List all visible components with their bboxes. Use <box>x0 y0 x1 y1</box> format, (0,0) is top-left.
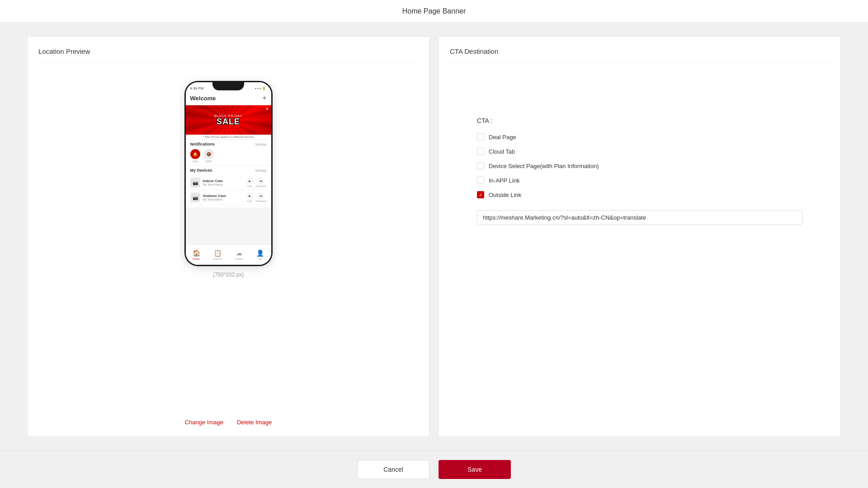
notification-on-button[interactable]: 🔔 ON <box>190 149 200 163</box>
device-name: Indoor Cam <box>203 179 244 183</box>
image-actions: Change Image Delete Image <box>38 419 418 426</box>
nav-me-label: Me <box>259 258 262 260</box>
cloud-tab-checkbox[interactable] <box>477 148 484 155</box>
phone-screen: 4:34 PM ▪ ▪ ▪ 🔋 Welcome + BLACK FRIDAY S… <box>186 82 271 265</box>
playback-icon: ⏮ <box>258 178 264 184</box>
notification-off-label: OFF <box>206 160 212 163</box>
notification-off-button[interactable]: 🔕 OFF <box>204 149 214 163</box>
device-item: 📷 Outdoor Cam No New Alerts ▶ Live <box>190 190 267 205</box>
nav-cloud-label: Cloud <box>236 258 243 260</box>
banner-close-icon[interactable]: ✕ <box>265 107 269 111</box>
device-live-label-2: Live <box>247 200 252 202</box>
deal-page-checkbox[interactable] <box>477 133 484 141</box>
nav-cloud[interactable]: ☁ Cloud <box>228 249 250 260</box>
banner-area: BLACK FRIDAY SALE ✕ <box>186 105 271 135</box>
devices-title: My Devices <box>190 168 212 173</box>
nav-home[interactable]: 🏠 Home <box>186 249 207 260</box>
device-camera-icon: 📷 <box>190 178 200 188</box>
devices-settings: Settings <box>255 169 266 172</box>
nav-events[interactable]: 📋 Events <box>207 249 228 260</box>
device-playback-label-2: Playback <box>255 200 266 202</box>
device-live-button[interactable]: ▶ Live <box>246 178 253 188</box>
devices-header: My Devices Settings <box>190 168 267 173</box>
in-app-link-checkbox[interactable] <box>477 177 484 184</box>
phone-welcome-title: Welcome <box>190 95 216 102</box>
phone-time: 4:34 PM <box>190 86 204 90</box>
image-size-info: (750*332 px) <box>213 272 244 278</box>
me-icon: 👤 <box>256 249 264 257</box>
notification-on-icon: 🔔 <box>190 149 200 159</box>
device-actions: ▶ Live ⏮ Playback <box>246 178 266 188</box>
phone-notch <box>212 82 244 90</box>
bottom-bar: Cancel Save <box>0 450 868 488</box>
device-status-2: No New Alerts <box>203 198 244 201</box>
play-icon: ▶ <box>246 178 253 184</box>
phone-mockup: 4:34 PM ▪ ▪ ▪ 🔋 Welcome + BLACK FRIDAY S… <box>184 81 273 266</box>
play-icon-2: ▶ <box>246 193 253 199</box>
in-app-link-label: In-APP Link <box>489 177 519 184</box>
location-preview-panel: Location Preview 4:34 PM ▪ ▪ ▪ 🔋 Welcome… <box>27 36 429 437</box>
cancel-button[interactable]: Cancel <box>357 460 429 479</box>
outside-link-label: Outside Link <box>489 192 521 198</box>
devices-section: My Devices Settings 📷 Indoor Cam No New … <box>186 166 271 207</box>
cta-option-device-select[interactable]: Device Select Page(with Plan Information… <box>477 162 802 169</box>
device-select-label: Device Select Page(with Plan Information… <box>489 163 599 169</box>
device-status: No New Alerts <box>203 183 244 186</box>
cta-label: CTA : <box>477 117 802 124</box>
device-playback-label: Playback <box>255 185 266 188</box>
outside-link-checkbox[interactable] <box>477 191 484 198</box>
cloud-tab-label: Cloud Tab <box>489 148 515 155</box>
deal-page-label: Deal Page <box>489 134 516 141</box>
cta-destination-panel: CTA Destination CTA : Deal Page Cloud Ta… <box>439 36 841 437</box>
device-live-label: Live <box>247 185 252 188</box>
device-select-checkbox[interactable] <box>477 162 484 169</box>
cta-radio-group: Deal Page Cloud Tab Device Select Page(w… <box>477 133 802 225</box>
device-live-button-2[interactable]: ▶ Live <box>246 193 253 202</box>
device-info-2: Outdoor Cam No New Alerts <box>203 194 244 201</box>
device-name-2: Outdoor Cam <box>203 194 244 198</box>
cta-option-in-app-link[interactable]: In-APP Link <box>477 177 802 184</box>
phone-battery: ▪ ▪ ▪ 🔋 <box>255 86 266 90</box>
cloud-icon: ☁ <box>236 249 242 257</box>
device-actions-2: ▶ Live ⏮ Playback <box>246 193 266 202</box>
phone-add-icon: + <box>262 94 266 102</box>
nav-me[interactable]: 👤 Me <box>250 249 271 260</box>
device-info: Indoor Cam No New Alerts <box>203 179 244 186</box>
cta-option-deal-page[interactable]: Deal Page <box>477 133 802 141</box>
notifications-title: Notifications <box>190 142 215 146</box>
top-header: Home Page Banner <box>0 0 868 23</box>
notifications-header: Notifications Settings <box>190 142 267 146</box>
save-button[interactable]: Save <box>439 460 511 479</box>
page-title: Home Page Banner <box>402 7 466 15</box>
notifications-buttons: 🔔 ON 🔕 OFF <box>190 149 267 163</box>
nav-events-label: Events <box>213 258 222 260</box>
device-item: 📷 Indoor Cam No New Alerts ▶ Live <box>190 175 267 190</box>
phone-preview-container: 4:34 PM ▪ ▪ ▪ 🔋 Welcome + BLACK FRIDAY S… <box>38 72 418 410</box>
home-icon: 🏠 <box>193 249 200 257</box>
cta-section: CTA : Deal Page Cloud Tab Device Select … <box>450 72 830 239</box>
delete-image-button[interactable]: Delete Image <box>237 419 272 426</box>
notifications-settings: Settings <box>255 143 266 146</box>
banner-subtitle: * 40% off only applies to additional dev… <box>186 135 271 140</box>
main-content: Location Preview 4:34 PM ▪ ▪ ▪ 🔋 Welcome… <box>0 23 868 450</box>
device-camera-icon-2: 📷 <box>190 192 200 202</box>
device-playback-button[interactable]: ⏮ Playback <box>255 178 266 188</box>
notification-on-label: ON <box>193 160 198 163</box>
phone-bottom-nav: 🏠 Home 📋 Events ☁ Cloud 👤 <box>186 244 271 265</box>
cta-option-outside-link[interactable]: Outside Link <box>477 191 802 198</box>
playback-icon-2: ⏮ <box>258 193 264 199</box>
notifications-section: Notifications Settings 🔔 ON 🔕 OFF <box>186 140 271 166</box>
events-icon: 📋 <box>214 249 222 257</box>
notification-off-icon: 🔕 <box>204 149 214 159</box>
banner-text: BLACK FRIDAY SALE <box>214 114 242 126</box>
location-preview-title: Location Preview <box>38 47 418 63</box>
cta-option-cloud-tab[interactable]: Cloud Tab <box>477 148 802 155</box>
cta-destination-title: CTA Destination <box>450 47 830 63</box>
change-image-button[interactable]: Change Image <box>185 419 223 426</box>
banner-sale-text: SALE <box>214 117 242 126</box>
outside-link-input[interactable] <box>477 210 802 225</box>
nav-home-label: Home <box>193 258 200 260</box>
device-playback-button-2[interactable]: ⏮ Playback <box>255 193 266 202</box>
phone-header: Welcome + <box>186 92 271 105</box>
